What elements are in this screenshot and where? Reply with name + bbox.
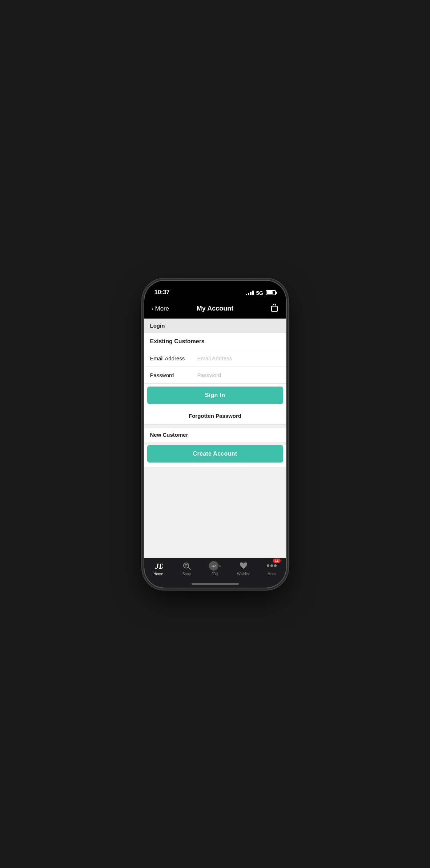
email-row: Email Address	[144, 350, 286, 367]
new-customer-section: New Customer Create Account	[144, 428, 286, 467]
svg-line-3	[188, 567, 190, 569]
create-account-wrapper: Create Account	[144, 445, 286, 467]
bag-icon[interactable]	[270, 303, 279, 314]
forgotten-password-button[interactable]: Forgotten Password	[144, 407, 286, 425]
network-type: 5G	[256, 290, 263, 296]
empty-content-area	[144, 467, 286, 540]
tab-wishlist[interactable]: Wishlist	[229, 561, 258, 576]
shop-tab-label: Shop	[182, 572, 191, 576]
password-label: Password	[150, 372, 197, 378]
more-dots	[267, 564, 277, 567]
tab-home[interactable]: JD Home	[144, 561, 173, 576]
more-tab-icon: 11	[267, 561, 277, 571]
status-time: 10:37	[154, 289, 170, 296]
existing-customers-heading: Existing Customers	[150, 338, 205, 345]
existing-customers-section: Existing Customers Email Address Passwor…	[144, 333, 286, 425]
email-input[interactable]	[197, 355, 280, 361]
page-title: My Account	[197, 305, 233, 312]
nav-bar: ‹ More My Account	[144, 299, 286, 319]
jdx-tab-icon: JD ×	[210, 561, 220, 571]
svg-rect-0	[272, 306, 277, 311]
more-badge-count: 11	[273, 559, 280, 563]
svg-text:JD: JD	[155, 562, 163, 570]
wishlist-tab-label: Wishlist	[237, 572, 249, 576]
existing-customers-heading-row: Existing Customers	[144, 333, 286, 350]
dynamic-island	[193, 285, 237, 297]
tab-shop[interactable]: Shop	[173, 561, 201, 576]
new-customer-heading: New Customer	[150, 432, 188, 438]
home-tab-icon: JD	[153, 561, 164, 571]
signal-bar-4	[252, 291, 254, 295]
chevron-left-icon: ‹	[152, 305, 154, 312]
home-indicator	[192, 583, 239, 585]
create-account-button[interactable]: Create Account	[147, 445, 283, 463]
svg-line-4	[185, 564, 187, 567]
phone-frame: 10:37 5G ‹ More My Account	[144, 281, 286, 588]
back-button[interactable]: ‹ More	[152, 305, 169, 312]
signal-bars	[246, 291, 254, 295]
jdx-circle-icon: JD	[209, 561, 218, 571]
signal-bar-3	[250, 292, 252, 295]
password-input[interactable]	[197, 372, 280, 378]
screen: 10:37 5G ‹ More My Account	[144, 281, 286, 588]
login-section-header: Login	[144, 319, 286, 333]
home-tab-label: Home	[153, 572, 163, 576]
new-customer-header: New Customer	[144, 428, 286, 442]
signal-bar-2	[248, 293, 249, 295]
tab-more[interactable]: 11 More	[258, 561, 286, 576]
tab-jdx[interactable]: JD × JDX	[201, 561, 229, 576]
login-header-text: Login	[150, 323, 165, 329]
battery-icon	[266, 290, 276, 295]
status-icons: 5G	[246, 290, 276, 296]
sign-in-button[interactable]: Sign In	[147, 387, 283, 404]
email-label: Email Address	[150, 355, 197, 361]
content-area: Login Existing Customers Email Address P…	[144, 319, 286, 558]
back-label: More	[155, 305, 169, 312]
jdx-tab-label: JDX	[212, 572, 218, 576]
battery-fill	[267, 291, 273, 294]
wishlist-tab-icon	[238, 561, 249, 571]
signal-bar-1	[246, 294, 247, 295]
more-tab-label: More	[268, 572, 276, 576]
password-row: Password	[144, 367, 286, 384]
shop-tab-icon	[182, 561, 192, 571]
